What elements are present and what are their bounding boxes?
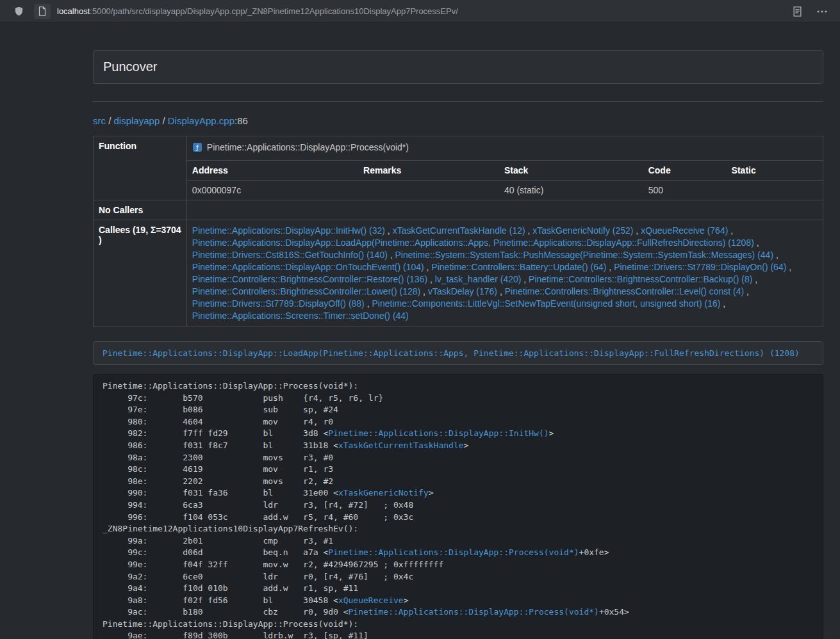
breadcrumb: src / displayapp / DisplayApp.cpp:86 (93, 115, 823, 127)
symbol-column-header: Static (727, 161, 823, 181)
url-bar[interactable]: localhost:5000/path/src/displayapp/Displ… (57, 6, 458, 16)
page-title: Puncover (103, 60, 813, 74)
symbol-column-header: Remarks (358, 161, 499, 181)
callees-cell: Pinetime::Applications::DisplayApp::Init… (186, 220, 823, 327)
loadapp-panel: Pinetime::Applications::DisplayApp::Load… (93, 341, 823, 365)
callee-link[interactable]: Pinetime::Applications::DisplayApp::Init… (192, 225, 385, 236)
callee-link[interactable]: vTaskDelay (176) (428, 286, 497, 296)
toolbar-actions (793, 6, 831, 17)
symbol-link[interactable]: xQueueReceive (338, 595, 404, 605)
breadcrumb-link[interactable]: DisplayApp.cpp (168, 115, 235, 126)
callee-link[interactable]: Pinetime::Applications::DisplayApp::Load… (192, 238, 754, 248)
no-callers-row-header: No Callers (94, 200, 187, 220)
symbol-value-cell: 0x0000097c (186, 181, 358, 200)
callee-link[interactable]: Pinetime::Components::LittleVgl::SetNewT… (372, 298, 720, 309)
page-icon (38, 6, 46, 16)
callee-link[interactable]: Pinetime::Controllers::BrightnessControl… (529, 274, 752, 284)
no-callers-cell (186, 200, 823, 220)
breadcrumb-link[interactable]: src (93, 115, 106, 126)
title-panel: Puncover (93, 50, 823, 84)
page-info-button[interactable] (34, 4, 51, 19)
function-row-header: Function (94, 136, 187, 200)
callee-link[interactable]: Pinetime::Controllers::BrightnessControl… (192, 286, 420, 296)
symbol-link[interactable]: xTaskGetCurrentTaskHandle (338, 441, 464, 450)
symbol-value-cell: 40 (static) (499, 181, 643, 200)
symbol-value-cell (727, 181, 823, 200)
function-name-cell: ƒ Pinetime::Applications::DisplayApp::Pr… (186, 136, 823, 161)
symbol-link[interactable]: Pinetime::Applications::DisplayApp::Proc… (328, 547, 579, 557)
symbol-columns-row: AddressRemarksStackCodeStatic (94, 161, 823, 181)
callee-link[interactable]: xTaskGetCurrentTaskHandle (12) (393, 225, 525, 236)
browser-chrome: localhost:5000/path/src/displayapp/Displ… (0, 0, 840, 23)
divider (93, 101, 823, 102)
menu-icon[interactable] (817, 10, 827, 13)
breadcrumb-link[interactable]: displayapp (114, 115, 160, 126)
symbol-value-cell: 500 (643, 181, 727, 200)
loadapp-symbol-link[interactable]: Pinetime::Applications::DisplayApp::Load… (103, 348, 814, 358)
page-content: Puncover src / displayapp / DisplayApp.c… (93, 23, 823, 639)
callee-link[interactable]: Pinetime::Applications::DisplayApp::OnTo… (192, 262, 424, 272)
callee-link[interactable]: Pinetime::Drivers::Cst816S::GetTouchInfo… (192, 250, 388, 260)
breadcrumb-separator: / (160, 115, 168, 126)
url-host: localhost (57, 6, 90, 16)
symbol-column-header: Code (643, 161, 727, 181)
symbol-column-header: Stack (499, 161, 643, 181)
callee-link[interactable]: Pinetime::Drivers::St7789::DisplayOff() … (192, 298, 365, 309)
reader-mode-icon[interactable] (793, 6, 802, 17)
url-path: :5000/path/src/displayapp/DisplayApp.cpp… (90, 6, 458, 16)
callee-link[interactable]: xTaskGenericNotify (252) (532, 225, 633, 236)
symbol-link[interactable]: xTaskGenericNotify (338, 488, 429, 497)
callee-link[interactable]: Pinetime::Controllers::Battery::Update()… (431, 262, 606, 272)
breadcrumb-separator: / (106, 115, 114, 126)
callee-link[interactable]: Pinetime::Controllers::BrightnessControl… (505, 286, 744, 296)
symbol-link[interactable]: Pinetime::Applications::DisplayApp::Init… (328, 428, 548, 438)
symbol-link[interactable]: Pinetime::Applications::DisplayApp::Proc… (349, 607, 599, 617)
breadcrumb-line-number: :86 (235, 115, 248, 126)
breadcrumb-links: src / displayapp / DisplayApp.cpp (93, 115, 235, 126)
callee-link[interactable]: lv_task_handler (420) (435, 274, 522, 284)
shield-icon[interactable] (14, 6, 24, 17)
function-icon: ƒ (192, 142, 202, 156)
function-name: Pinetime::Applications::DisplayApp::Proc… (207, 142, 409, 152)
symbol-values-row: 0x0000097c40 (static)500 (94, 181, 823, 200)
function-table: Function ƒ Pinetime::Applications::Displ… (93, 136, 823, 327)
callee-link[interactable]: Pinetime::Applications::Screens::Timer::… (192, 311, 409, 321)
callee-link[interactable]: Pinetime::Drivers::St7789::DisplayOn() (… (614, 262, 786, 272)
callees-row-header: Callees (19, Σ=3704 ) (94, 220, 187, 327)
callee-link[interactable]: Pinetime::System::SystemTask::PushMessag… (395, 250, 774, 260)
callee-link[interactable]: Pinetime::Controllers::BrightnessControl… (192, 274, 427, 284)
disassembly-code: Pinetime::Applications::DisplayApp::Proc… (93, 374, 823, 639)
callee-link[interactable]: xQueueReceive (764) (641, 225, 728, 236)
symbol-value-cell (358, 181, 499, 200)
symbol-column-header: Address (186, 161, 358, 181)
